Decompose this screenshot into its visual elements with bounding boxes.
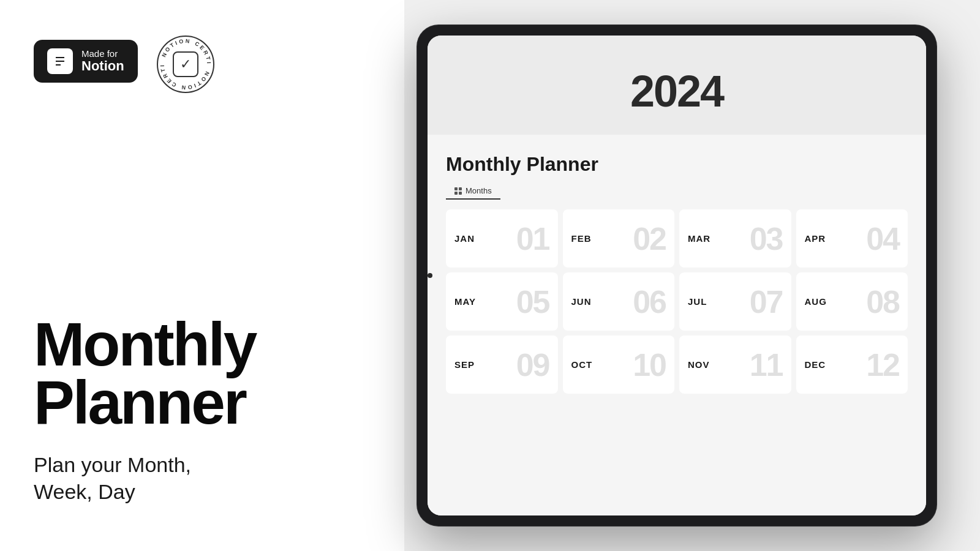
badges-row: Made for Notion NOTION CERTIFIED NOTION … (34, 34, 371, 89)
month-cell-sep[interactable]: SEP 09 (446, 335, 558, 394)
month-number: 11 (750, 349, 783, 381)
month-name: MAR (688, 233, 710, 244)
tablet-screen: 2024 Monthly Planner Months (428, 36, 926, 515)
svg-text:✓: ✓ (180, 56, 191, 72)
month-cell-apr[interactable]: APR 04 (796, 209, 908, 268)
months-tab[interactable]: Months (446, 183, 500, 200)
planner-section-title: Monthly Planner (446, 153, 908, 176)
month-number: 10 (633, 349, 666, 381)
made-for-notion-badge: Made for Notion (34, 40, 138, 83)
month-name: NOV (688, 359, 710, 370)
months-grid: JAN 01 FEB 02 MAR 03 APR 04 MAY 05 JUN 0… (446, 209, 908, 394)
grid-icon (454, 187, 462, 195)
month-number: 07 (750, 286, 783, 318)
month-cell-may[interactable]: MAY 05 (446, 272, 558, 331)
month-name: MAY (454, 296, 476, 307)
right-panel: 2024 Monthly Planner Months (404, 0, 980, 551)
month-cell-feb[interactable]: FEB 02 (563, 209, 675, 268)
month-name: OCT (571, 359, 593, 370)
month-name: SEP (454, 359, 475, 370)
title-line1: Monthly (34, 315, 371, 373)
tablet-device: 2024 Monthly Planner Months (417, 24, 937, 527)
main-subtitle: Plan your Month,Week, Day (34, 451, 371, 505)
notion-icon (47, 48, 73, 74)
months-tab-label: Months (466, 186, 492, 195)
month-number: 08 (866, 286, 899, 318)
title-line2: Planner (34, 373, 371, 432)
main-title: Monthly Planner (34, 315, 371, 432)
made-for-label: Made for (81, 49, 124, 59)
left-panel: Made for Notion NOTION CERTIFIED NOTION … (0, 0, 404, 551)
main-heading: Monthly Planner Plan your Month,Week, Da… (34, 315, 371, 505)
month-cell-jul[interactable]: JUL 07 (679, 272, 791, 331)
month-number: 01 (516, 223, 549, 255)
month-cell-mar[interactable]: MAR 03 (679, 209, 791, 268)
month-number: 04 (866, 223, 899, 255)
certified-badge: NOTION CERTIFIED NOTION CERTIFIED ✓ (155, 34, 210, 89)
month-name: APR (805, 233, 826, 244)
tablet-header: 2024 (428, 36, 926, 135)
months-tab-bar: Months (446, 183, 908, 200)
month-number: 09 (516, 349, 549, 381)
month-cell-jan[interactable]: JAN 01 (446, 209, 558, 268)
month-cell-aug[interactable]: AUG 08 (796, 272, 908, 331)
month-name: DEC (805, 359, 826, 370)
month-cell-jun[interactable]: JUN 06 (563, 272, 675, 331)
month-number: 12 (866, 349, 899, 381)
month-name: JUL (688, 296, 707, 307)
month-number: 05 (516, 286, 549, 318)
month-name: AUG (805, 296, 827, 307)
month-cell-dec[interactable]: DEC 12 (796, 335, 908, 394)
month-name: JAN (454, 233, 475, 244)
month-number: 03 (750, 223, 783, 255)
month-name: JUN (571, 296, 592, 307)
year-display: 2024 (452, 66, 902, 116)
notion-label: Notion (81, 59, 124, 73)
month-number: 02 (633, 223, 666, 255)
month-number: 06 (633, 286, 666, 318)
tablet-camera (428, 273, 432, 278)
tablet-content: Monthly Planner Months JAN 01 FEB 02 (428, 135, 926, 515)
tablet-wrapper: 2024 Monthly Planner Months (417, 24, 937, 527)
month-cell-nov[interactable]: NOV 11 (679, 335, 791, 394)
made-for-notion-text: Made for Notion (81, 49, 124, 74)
month-name: FEB (571, 233, 592, 244)
month-cell-oct[interactable]: OCT 10 (563, 335, 675, 394)
